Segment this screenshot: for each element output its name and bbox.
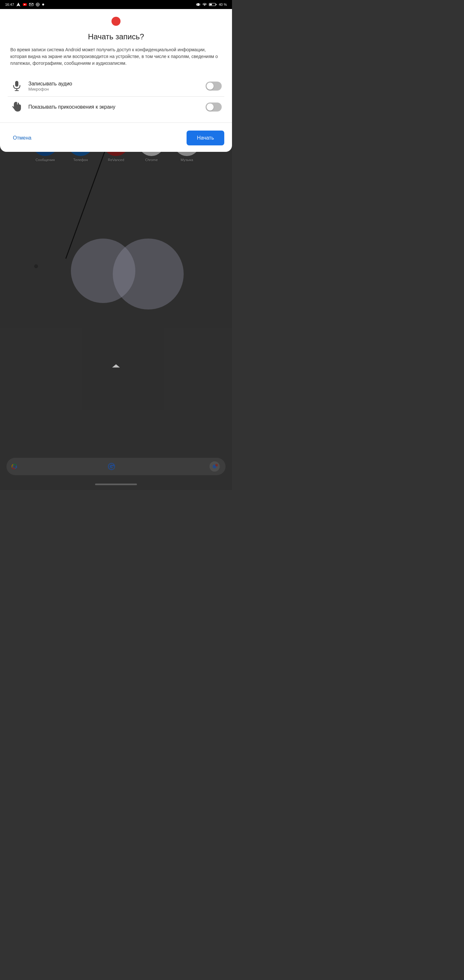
battery-icon [209, 2, 217, 7]
fan-icon [35, 2, 40, 7]
touch-toggle-knob [207, 103, 214, 111]
dialog-divider [0, 123, 232, 123]
app-drawer-handle[interactable] [112, 364, 120, 368]
svg-marker-32 [16, 3, 20, 6]
svg-rect-44 [216, 4, 216, 5]
start-button[interactable]: Начать [187, 130, 224, 145]
microphone-icon [10, 80, 23, 92]
audio-option-row: Записывать аудио Микрофон [8, 76, 224, 97]
navigation-icon [16, 2, 21, 7]
record-dialog: Начать запись? Во время записи система A… [0, 9, 232, 152]
svg-point-39 [42, 3, 44, 5]
touch-option-row: Показывать прикосновения к экрану [8, 97, 224, 117]
touch-option-title: Показывать прикосновения к экрану [29, 104, 206, 110]
svg-rect-40 [197, 3, 199, 6]
svg-rect-42 [199, 3, 200, 5]
audio-toggle[interactable] [206, 81, 222, 91]
status-bar: 16:47 [0, 0, 232, 9]
wifi-icon [202, 2, 207, 7]
svg-rect-46 [15, 81, 18, 87]
dialog-title: Начать запись? [88, 32, 144, 41]
selected-app-highlight2 [113, 239, 184, 309]
record-indicator-dot [111, 17, 121, 26]
dialog-options-container: Записывать аудио Микрофон Показывать при… [0, 71, 232, 120]
svg-rect-45 [210, 4, 212, 5]
status-time: 16:47 [5, 3, 14, 6]
dialog-buttons: Отмена Начать [0, 126, 232, 152]
svg-rect-41 [196, 3, 197, 5]
touch-toggle[interactable] [206, 102, 222, 111]
dot-indicator [42, 3, 44, 6]
cancel-button[interactable]: Отмена [8, 132, 37, 143]
audio-toggle-knob [207, 83, 214, 90]
touch-icon [10, 100, 23, 113]
dialog-description: Во время записи система Android может по… [10, 46, 222, 67]
mail-icon [29, 2, 33, 7]
vibrate-icon [196, 2, 200, 7]
youtube-status-icon [22, 2, 27, 7]
audio-option-title: Записывать аудио [29, 81, 206, 87]
audio-option-subtitle: Микрофон [29, 87, 206, 92]
battery-percent: 40 % [219, 3, 227, 6]
gesture-dot [34, 264, 38, 268]
